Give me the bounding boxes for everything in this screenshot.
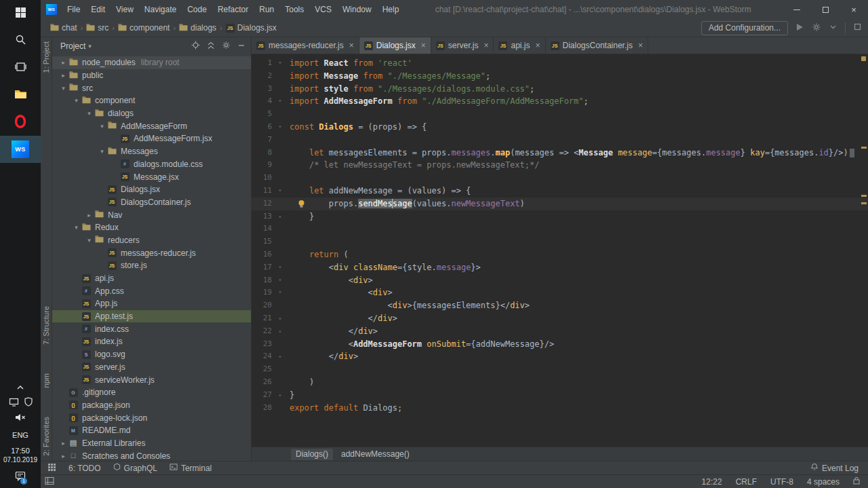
tool-window-switcher-icon[interactable] [47, 463, 56, 474]
code-line-6[interactable]: 6▾const Dialogs = (props) => { [252, 121, 868, 134]
run-play-icon[interactable] [796, 23, 804, 33]
code-line-18[interactable]: 18▾ <div> [252, 274, 868, 287]
settings-gear-icon[interactable] [812, 22, 821, 34]
expand-arrow-icon[interactable]: ▸ [59, 72, 68, 79]
code-line-16[interactable]: 16 return ( [252, 248, 868, 261]
fold-icon[interactable]: ▴ [275, 389, 285, 402]
tool-window-button-project[interactable]: 1: Project [42, 41, 50, 73]
expand-arrow-icon[interactable]: ▾ [98, 123, 106, 130]
menu-code[interactable]: Code [182, 3, 212, 16]
code-line-15[interactable]: 15 [252, 236, 868, 248]
menu-view[interactable]: View [111, 3, 138, 16]
expand-arrow-icon[interactable]: ▾ [98, 148, 106, 155]
fold-icon[interactable]: ▾ [275, 121, 285, 134]
expand-arrow-icon[interactable]: ▾ [72, 224, 81, 231]
code-line-21[interactable]: 21▴ </div> [252, 312, 868, 325]
start-button[interactable] [0, 0, 41, 27]
webstorm-taskbar-button[interactable]: WS [0, 136, 41, 163]
tree-item-serviceworker-js[interactable]: JSserviceWorker.js [52, 373, 251, 386]
tool-window-button-npm[interactable]: npm [42, 373, 50, 388]
editor-tab-dialogs-jsx[interactable]: JSDialogs.jsx× [359, 37, 431, 54]
breadcrumb-item-dialogs-jsx[interactable]: JSDialogs.jsx [226, 23, 277, 33]
action-center-button[interactable]: 1 [15, 469, 26, 485]
collapse-all-icon[interactable] [207, 41, 215, 52]
editor-tab-dialogscontainer-js[interactable]: JSDialogsContainer.js× [546, 37, 648, 54]
code-line-20[interactable]: 20 <div>{messagesElements}</div> [252, 299, 868, 312]
menu-window[interactable]: Window [338, 3, 376, 16]
code-line-22[interactable]: 22▴ </div> [252, 325, 868, 338]
menu-refactor[interactable]: Refactor [213, 3, 253, 16]
editor-tab-server-js[interactable]: JSserver.js× [431, 37, 494, 54]
inspections-indicator[interactable] [861, 56, 866, 61]
tree-item-public[interactable]: ▸public [52, 69, 251, 82]
code-line-4[interactable]: 4▾import AddMessageForm from "./AddMessa… [252, 95, 868, 108]
code-line-19[interactable]: 19▾ <div> [252, 286, 868, 299]
tree-item-src[interactable]: ▾src [52, 81, 251, 94]
tool-window-button-event-log[interactable]: Event Log [810, 463, 859, 473]
tree-item-addmessageform-jsx[interactable]: JSAddMessageForm.jsx [52, 132, 251, 145]
line-separator[interactable]: CRLF [736, 477, 757, 487]
taskbar-search-button[interactable] [0, 27, 41, 54]
expand-arrow-icon[interactable]: ▾ [72, 97, 81, 104]
tree-item-addmessageform[interactable]: ▾AddMessageForm [52, 119, 251, 132]
tool-window-toggle-icon[interactable] [45, 476, 54, 487]
tree-item-gitignore[interactable]: G.gitignore [52, 386, 251, 399]
fold-icon[interactable]: ▾ [275, 274, 285, 287]
file-encoding[interactable]: UTF-8 [770, 477, 793, 487]
add-configuration-button[interactable]: Add Configuration... [701, 21, 788, 35]
code-line-23[interactable]: 23 <AddMessageForm onSubmit={addNewMessa… [252, 338, 868, 351]
close-tab-icon[interactable]: × [349, 41, 354, 50]
tree-item-logo-svg[interactable]: Slogo.svg [52, 348, 251, 361]
close-tab-icon[interactable]: × [421, 41, 426, 50]
code-line-7[interactable]: 7 [252, 134, 868, 147]
close-button[interactable]: × [840, 0, 868, 19]
breadcrumb-item-src[interactable]: src [86, 23, 108, 33]
warning-stripe-mark[interactable] [861, 202, 867, 204]
code-editor[interactable]: 1▾import React from 'react'2import Messa… [252, 54, 868, 447]
gear-icon[interactable] [222, 41, 231, 52]
menu-vcs[interactable]: VCS [310, 3, 336, 16]
breadcrumb-item-chat[interactable]: chat [50, 23, 77, 33]
code-line-12[interactable]: 12 props.sendMessage(values.newMessageTe… [252, 198, 868, 210]
tree-item-server-js[interactable]: JSserver.js [52, 361, 251, 374]
code-line-24[interactable]: 24▴ </div> [252, 350, 868, 363]
lock-icon[interactable] [853, 476, 860, 487]
close-tab-icon[interactable]: × [484, 41, 488, 50]
tree-item-package-lock-json[interactable]: {}package-lock.json [52, 411, 251, 424]
file-explorer-button[interactable] [0, 81, 41, 109]
tree-item-external-libraries[interactable]: ▸▤External Libraries [52, 437, 251, 450]
tree-item-app-css[interactable]: #App.css [52, 284, 251, 297]
chevron-down-icon[interactable] [829, 23, 837, 33]
opera-button[interactable] [0, 109, 41, 136]
task-view-button[interactable] [0, 54, 41, 81]
hide-panel-icon[interactable] [237, 41, 245, 52]
code-line-10[interactable]: 10 [252, 172, 868, 185]
maximize-button[interactable] [811, 0, 840, 19]
tool-window-button-7-structure[interactable]: 7: Structure [42, 306, 50, 345]
code-line-2[interactable]: 2import Message from "./Messages/Message… [252, 70, 868, 83]
editor-tab-messages-reducer-js[interactable]: JSmessages-reducer.js× [252, 37, 359, 54]
tree-item-dialogs[interactable]: ▾dialogs [52, 107, 251, 120]
security-shield-icon[interactable] [24, 397, 33, 409]
tree-item-message-jsx[interactable]: JSMessage.jsx [52, 170, 251, 183]
expand-arrow-icon[interactable]: ▾ [59, 85, 68, 92]
tree-item-component[interactable]: ▾component [52, 94, 251, 107]
code-line-13[interactable]: 13▴ } [252, 210, 868, 223]
fold-icon[interactable]: ▾ [275, 95, 285, 108]
tool-window-button-6-todo[interactable]: 6: TODO [68, 464, 101, 473]
fold-icon[interactable]: ▴ [275, 312, 285, 325]
error-stripe[interactable] [859, 54, 868, 447]
menu-tools[interactable]: Tools [280, 3, 309, 16]
menu-help[interactable]: Help [378, 3, 404, 16]
stop-icon[interactable] [854, 23, 861, 33]
breadcrumb-item-dialogs[interactable]: dialogs [179, 23, 216, 33]
menu-edit[interactable]: Edit [86, 3, 110, 16]
code-line-9[interactable]: 9 /* let newMessageText = props.newMessa… [252, 159, 868, 172]
project-panel-title[interactable]: Project [60, 41, 85, 51]
code-line-3[interactable]: 3import style from "./Messages/dialogs.m… [252, 83, 868, 96]
close-tab-icon[interactable]: × [536, 41, 540, 50]
chevron-down-icon[interactable]: ▾ [88, 43, 92, 50]
tree-item-store-js[interactable]: JSstore.js [52, 259, 251, 272]
fold-icon[interactable]: ▴ [275, 325, 285, 338]
code-line-28[interactable]: 28export default Dialogs; [252, 402, 868, 415]
